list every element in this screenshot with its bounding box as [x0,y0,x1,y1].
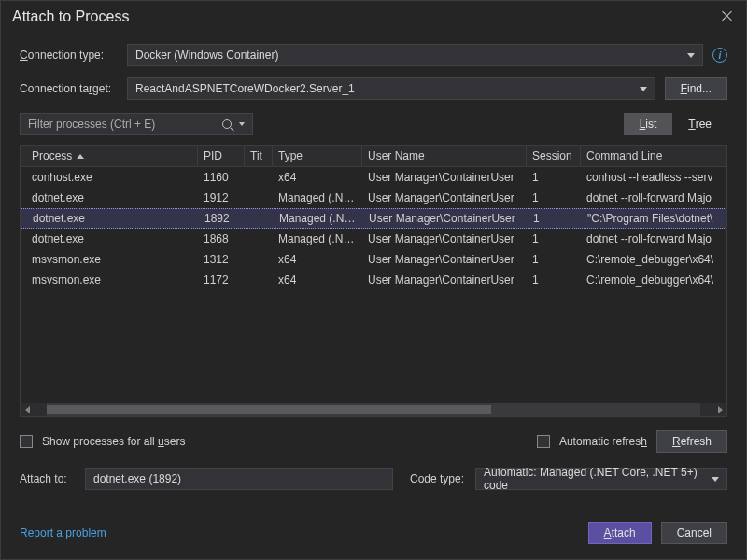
code-type-label: Code type: [410,472,466,485]
auto-refresh-label: Automatic refresh [559,435,647,448]
titlebar: Attach to Process [1,1,746,33]
code-type-value: Automatic: Managed (.NET Core, .NET 5+) … [484,466,712,492]
cell-pid: 1160 [198,167,245,188]
cell-pid: 1172 [198,270,245,290]
cell-user: User Manager\ContainerUser [363,208,528,229]
cell-title [245,174,273,181]
chevron-down-icon [712,477,719,482]
cell-type: x64 [273,270,362,290]
connection-type-value: Docker (Windows Container) [135,49,278,62]
connection-type-label: Connection type: [20,49,118,62]
cell-type: Managed (.NE... [273,188,362,208]
attach-to-process-dialog: Attach to Process Connection type: Docke… [0,0,747,560]
cell-session: 1 [527,270,581,290]
cell-session: 1 [527,229,581,249]
cell-user: User Manager\ContainerUser [362,249,527,270]
cell-user: User Manager\ContainerUser [362,188,527,208]
filter-input[interactable]: Filter processes (Ctrl + E) [20,113,253,135]
view-list-button[interactable]: List [624,113,673,135]
connection-type-combo[interactable]: Docker (Windows Container) [127,44,703,66]
cell-session: 1 [528,208,582,229]
cell-process: msvsmon.exe [21,270,198,290]
col-title[interactable]: Tit [245,146,273,166]
find-button[interactable]: Find... [665,77,727,100]
cell-cmd: conhost --headless --serv [581,167,726,188]
search-icon [222,119,232,129]
cell-title [245,256,273,263]
cell-title [245,194,273,202]
cell-process: dotnet.exe [21,229,198,249]
scroll-right-icon [718,406,723,413]
scroll-thumb[interactable] [47,405,491,414]
grid-body: conhost.exe1160x64User Manager\Container… [21,167,726,403]
col-user[interactable]: User Name [362,146,527,166]
cell-cmd: C:\remote_debugger\x64\ [581,270,726,290]
scroll-left-icon [25,406,30,413]
table-row[interactable]: msvsmon.exe1312x64User Manager\Container… [21,249,726,270]
cell-pid: 1868 [198,229,245,249]
table-row[interactable]: msvsmon.exe1172x64User Manager\Container… [21,270,726,290]
cell-session: 1 [527,188,581,208]
cancel-button[interactable]: Cancel [661,522,727,544]
show-all-users-checkbox[interactable] [20,435,33,448]
table-row[interactable]: dotnet.exe1912Managed (.NE...User Manage… [21,188,726,208]
cell-session: 1 [527,249,581,270]
cell-title [246,215,274,222]
col-cmd[interactable]: Command Line [581,146,726,166]
report-problem-link[interactable]: Report a problem [20,526,106,539]
cell-cmd: C:\remote_debugger\x64\ [581,249,726,270]
cell-pid: 1312 [198,249,245,270]
col-session[interactable]: Session [527,146,581,166]
grid-header: Process PID Tit Type User Name Session C… [21,146,726,167]
cell-type: x64 [273,167,362,188]
info-icon[interactable]: i [712,48,727,63]
chevron-down-icon [640,87,647,91]
cell-process: dotnet.exe [21,188,198,208]
cell-type: Managed (.NE... [273,229,362,249]
process-grid: Process PID Tit Type User Name Session C… [20,145,727,417]
table-row[interactable]: conhost.exe1160x64User Manager\Container… [21,167,726,188]
col-type[interactable]: Type [273,146,362,166]
cell-process: conhost.exe [21,167,198,188]
view-tree-button[interactable]: Tree [672,113,727,135]
cell-title [245,235,273,243]
attach-to-label: Attach to: [20,472,76,485]
connection-target-label: Connection target: [20,82,118,95]
show-all-users-label: Show processes for all users [42,435,185,448]
chevron-down-icon [687,53,695,58]
cell-process: dotnet.exe [21,208,199,229]
connection-target-combo[interactable]: ReactAndASPNETCoreWDocker2.Server_1 [127,77,655,100]
connection-target-value: ReactAndASPNETCoreWDocker2.Server_1 [135,82,355,95]
sort-asc-icon [77,154,84,159]
auto-refresh-checkbox[interactable] [537,435,550,448]
cell-user: User Manager\ContainerUser [362,167,527,188]
chevron-down-icon[interactable] [239,122,245,126]
cell-cmd: dotnet --roll-forward Majo [581,229,726,249]
cell-cmd: "C:\Program Files\dotnet\ [582,208,726,229]
refresh-button[interactable]: Refresh [656,430,727,453]
col-pid[interactable]: PID [198,146,245,166]
attach-button[interactable]: Attach [588,522,652,544]
close-icon[interactable] [720,9,735,24]
cell-process: msvsmon.exe [21,249,198,270]
cell-session: 1 [527,167,581,188]
table-row[interactable]: dotnet.exe1868Managed (.NE...User Manage… [21,229,726,249]
attach-to-field[interactable]: dotnet.exe (1892) [85,468,393,490]
cell-pid: 1912 [198,188,245,208]
cell-pid: 1892 [199,208,246,229]
code-type-combo[interactable]: Automatic: Managed (.NET Core, .NET 5+) … [475,468,727,490]
cell-title [245,276,273,284]
filter-placeholder: Filter processes (Ctrl + E) [28,118,155,131]
cell-user: User Manager\ContainerUser [362,270,527,290]
cell-type: x64 [273,249,362,270]
col-process[interactable]: Process [21,146,198,166]
horizontal-scrollbar[interactable] [21,403,726,416]
cell-cmd: dotnet --roll-forward Majo [581,188,726,208]
cell-user: User Manager\ContainerUser [362,229,527,249]
dialog-title: Attach to Process [12,8,129,25]
cell-type: Managed (.NE... [274,208,363,229]
table-row[interactable]: dotnet.exe1892Managed (.NE...User Manage… [21,208,726,229]
